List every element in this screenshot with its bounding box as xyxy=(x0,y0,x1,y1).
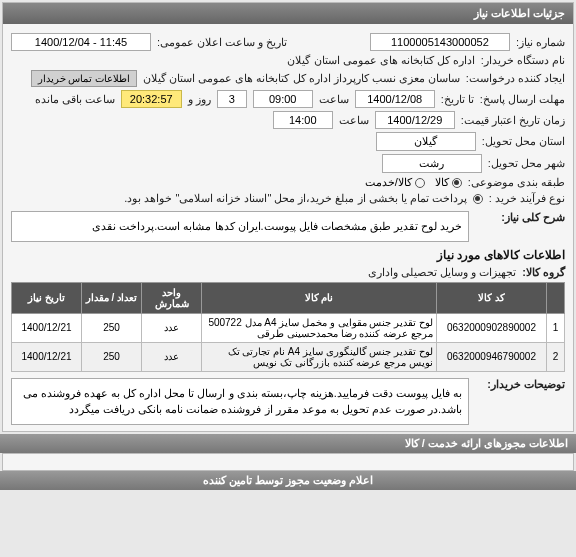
radio-kala[interactable]: کالا xyxy=(435,176,462,189)
cell-code: 0632000902890002 xyxy=(437,313,547,342)
province-value: گیلان xyxy=(376,132,476,151)
radio-dot-checked-icon xyxy=(473,194,483,204)
announce-label: تاریخ و ساعت اعلان عمومی: xyxy=(157,36,287,49)
row-buyer-note: توضیحات خریدار: به فایل پیوست دقت فرمایی… xyxy=(11,378,565,425)
row-city: شهر محل تحویل: رشت xyxy=(11,154,565,173)
cell-code: 0632000946790002 xyxy=(437,342,547,371)
city-label: شهر محل تحویل: xyxy=(488,157,565,170)
row-deadline: مهلت ارسال پاسخ: تا تاریخ: 1400/12/08 سا… xyxy=(11,90,565,108)
process-radio[interactable] xyxy=(473,194,483,204)
need-number-value: 1100005143000052 xyxy=(370,33,510,51)
desc-text: خرید لوح تقدیر طبق مشخصات فایل پیوست.ایر… xyxy=(11,211,469,242)
cell-num: 1 xyxy=(547,313,565,342)
row-requester: ایجاد کننده درخواست: ساسان معزی نسب کارپ… xyxy=(11,70,565,87)
need-number-label: شماره نیاز: xyxy=(516,36,565,49)
desc-label: شرح کلی نیاز: xyxy=(475,211,565,242)
province-label: استان محل تحویل: xyxy=(482,135,565,148)
permits-section-header: اطلاعات مجوزهای ارائه خدمت / کالا xyxy=(0,434,576,453)
col-qty: تعداد / مقدار xyxy=(82,282,142,313)
goods-group-label: گروه کالا: xyxy=(522,266,565,279)
col-code: کد کالا xyxy=(437,282,547,313)
col-date: تاریخ نیاز xyxy=(12,282,82,313)
row-goods-group: گروه کالا: تجهیزات و وسایل تحصیلی واداری xyxy=(11,266,565,279)
cell-unit: عدد xyxy=(142,342,202,371)
category-radio-group: کالا کالا/خدمت xyxy=(365,176,462,189)
goods-section-title: اطلاعات کالاهای مورد نیاز xyxy=(11,248,565,262)
cell-qty: 250 xyxy=(82,342,142,371)
category-label: طبقه بندی موضوعی: xyxy=(468,176,565,189)
announce-value: 11:45 - 1400/12/04 xyxy=(11,33,151,51)
permits-body-empty xyxy=(2,453,574,471)
cell-date: 1400/12/21 xyxy=(12,313,82,342)
radio-kala-label: کالا xyxy=(435,176,449,189)
buyer-note-label: توضیحات خریدار: xyxy=(475,378,565,425)
city-value: رشت xyxy=(382,154,482,173)
process-note: پرداخت تمام یا بخشی از مبلغ خرید،از محل … xyxy=(124,192,467,205)
buyer-org-label: نام دستگاه خریدار: xyxy=(481,54,565,67)
deadline-label: مهلت ارسال پاسخ: xyxy=(480,93,565,106)
panel-body: شماره نیاز: 1100005143000052 تاریخ و ساع… xyxy=(3,24,573,431)
goods-group-value: تجهیزات و وسایل تحصیلی واداری xyxy=(368,266,516,279)
row-process: نوع فرآیند خرید : پرداخت تمام یا بخشی از… xyxy=(11,192,565,205)
buyer-note-text: به فایل پیوست دقت فرمایید.هزینه چاپ،بسته… xyxy=(11,378,469,425)
row-need-number: شماره نیاز: 1100005143000052 تاریخ و ساع… xyxy=(11,33,565,51)
cell-qty: 250 xyxy=(82,313,142,342)
requester-label: ایجاد کننده درخواست: xyxy=(466,72,565,85)
valid-time: 14:00 xyxy=(273,111,333,129)
radio-kala-khedmat-label: کالا/خدمت xyxy=(365,176,412,189)
table-row[interactable]: 2 0632000946790002 لوح تقدیر جنس گالینگو… xyxy=(12,342,565,371)
deadline-time: 09:00 xyxy=(253,90,313,108)
table-row[interactable]: 1 0632000902890002 لوح تقدیر جنس مقوایی … xyxy=(12,313,565,342)
need-details-panel: جزئیات اطلاعات نیاز شماره نیاز: 11000051… xyxy=(2,2,574,432)
row-category: طبقه بندی موضوعی: کالا کالا/خدمت xyxy=(11,176,565,189)
radio-kala-khedmat[interactable]: کالا/خدمت xyxy=(365,176,425,189)
deadline-date: 1400/12/08 xyxy=(355,90,435,108)
until-label: تا تاریخ: xyxy=(441,93,474,106)
radio-dot-icon xyxy=(415,178,425,188)
radio-dot-checked-icon xyxy=(452,178,462,188)
cell-name: لوح تقدیر جنس گالینگوری سایز A4 نام تجار… xyxy=(202,342,437,371)
buyer-org-value: اداره کل کتابخانه های عمومی استان گیلان xyxy=(287,54,474,67)
cell-unit: عدد xyxy=(142,313,202,342)
countdown-timer: 20:32:57 xyxy=(121,90,182,108)
day-and-label: روز و xyxy=(188,93,211,106)
cell-date: 1400/12/21 xyxy=(12,342,82,371)
day-count: 3 xyxy=(217,90,247,108)
row-validity: زمان تاریخ اعتبار قیمت: 1400/12/29 ساعت … xyxy=(11,111,565,129)
col-num xyxy=(547,282,565,313)
contact-buyer-link[interactable]: اطلاعات تماس خریدار xyxy=(31,70,138,87)
col-unit: واحد شمارش xyxy=(142,282,202,313)
time-label-2: ساعت xyxy=(339,114,369,127)
requester-value: ساسان معزی نسب کارپرداز اداره کل کتابخان… xyxy=(143,72,460,85)
process-label: نوع فرآیند خرید : xyxy=(489,192,565,205)
row-desc: شرح کلی نیاز: خرید لوح تقدیر طبق مشخصات … xyxy=(11,211,565,242)
cell-num: 2 xyxy=(547,342,565,371)
supplier-status-header: اعلام وضعیت مجوز توسط تامین کننده xyxy=(0,471,576,490)
panel-title: جزئیات اطلاعات نیاز xyxy=(3,3,573,24)
col-name: نام کالا xyxy=(202,282,437,313)
valid-label: زمان تاریخ اعتبار قیمت: xyxy=(461,114,565,127)
valid-date: 1400/12/29 xyxy=(375,111,455,129)
goods-table: کد کالا نام کالا واحد شمارش تعداد / مقدا… xyxy=(11,282,565,372)
table-header-row: کد کالا نام کالا واحد شمارش تعداد / مقدا… xyxy=(12,282,565,313)
cell-name: لوح تقدیر جنس مقوایی و مخمل سایز A4 مدل … xyxy=(202,313,437,342)
row-province: استان محل تحویل: گیلان xyxy=(11,132,565,151)
row-buyer-org: نام دستگاه خریدار: اداره کل کتابخانه های… xyxy=(11,54,565,67)
remain-label: ساعت باقی مانده xyxy=(35,93,115,106)
time-label-1: ساعت xyxy=(319,93,349,106)
